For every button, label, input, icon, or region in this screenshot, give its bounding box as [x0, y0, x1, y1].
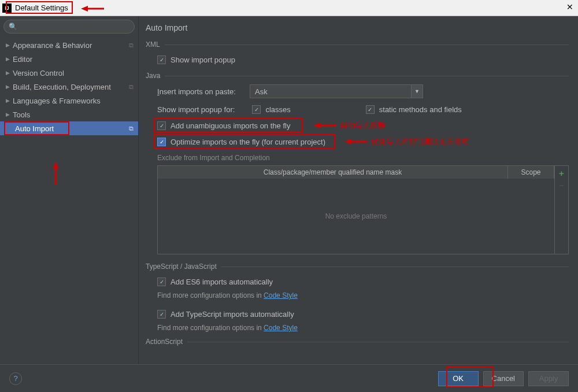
- checkbox-icon[interactable]: [157, 56, 166, 64]
- insert-imports-select[interactable]: Ask ▼: [250, 84, 423, 98]
- insert-imports-label: Insert imports on paste:: [157, 87, 250, 96]
- settings-main: Auto Import XML Show import popup Java I…: [139, 16, 578, 364]
- annotation-arrow-up: [52, 162, 59, 185]
- chevron-right-icon: ▶: [5, 98, 10, 103]
- annotation-auto-dep: 自动导入依赖: [313, 120, 385, 131]
- footer: ? OK Cancel Apply: [0, 364, 578, 392]
- checkbox-icon[interactable]: [366, 105, 375, 114]
- chevron-right-icon: ▶: [5, 84, 10, 90]
- svg-marker-5: [344, 139, 351, 145]
- svg-marker-3: [313, 123, 320, 128]
- add-icon[interactable]: +: [559, 168, 564, 178]
- link-code-style[interactable]: Code Style: [264, 324, 298, 332]
- checkbox-static-methods[interactable]: static methods and fields: [366, 103, 462, 116]
- th-scope[interactable]: Scope: [508, 166, 554, 179]
- remove-icon: −: [559, 180, 564, 190]
- chevron-down-icon: ▼: [411, 85, 423, 98]
- section-xml: XML Show import popup: [146, 40, 569, 66]
- svg-marker-7: [53, 162, 58, 169]
- search-icon: 🔍: [9, 23, 17, 31]
- section-header-ts: TypeScript / JavaScript: [146, 262, 217, 271]
- tree-item-editor[interactable]: ▶Editor: [0, 52, 138, 66]
- tree-item-tools[interactable]: ▶Tools: [0, 108, 138, 121]
- tree-item-appearance[interactable]: ▶Appearance & Behavior⧉: [0, 38, 138, 52]
- hint-es6: Find more configuration options in Code …: [157, 291, 569, 299]
- section-ts: TypeScript / JavaScript Add ES6 imports …: [146, 262, 569, 332]
- apply-button: Apply: [528, 371, 569, 386]
- search-box[interactable]: 🔍: [3, 20, 135, 34]
- tree-item-languages[interactable]: ▶Languages & Frameworks: [0, 94, 138, 108]
- annotation-arrow-title: [81, 6, 104, 12]
- chevron-right-icon: ▶: [5, 70, 10, 76]
- section-header-xml: XML: [146, 40, 160, 49]
- checkbox-show-import-popup-xml[interactable]: Show import popup: [157, 53, 569, 66]
- sidebar: 🔍 ▶Appearance & Behavior⧉ ▶Editor ▶Versi…: [0, 16, 139, 364]
- exclude-table: Class/package/member qualified name mask…: [157, 165, 569, 254]
- checkbox-icon[interactable]: [157, 278, 166, 286]
- th-class[interactable]: Class/package/member qualified name mask: [158, 166, 508, 179]
- chevron-right-icon: ▶: [5, 42, 10, 48]
- ok-button[interactable]: OK: [438, 371, 479, 386]
- exclude-label: Exclude from Import and Completion: [157, 154, 569, 162]
- tree-item-build[interactable]: ▶Build, Execution, Deployment⧉: [0, 80, 138, 94]
- annotation-optimize: 优化导入和智能删除无关依赖: [344, 136, 469, 147]
- link-code-style[interactable]: Code Style: [264, 291, 298, 299]
- checkbox-add-es6[interactable]: Add ES6 imports automatically: [157, 275, 569, 288]
- content: 🔍 ▶Appearance & Behavior⧉ ▶Editor ▶Versi…: [0, 16, 578, 364]
- section-header-as: ActionScript: [146, 338, 183, 346]
- table-empty: No exclude patterns: [158, 179, 554, 254]
- show-popup-for-label: Show import popup for:: [157, 105, 235, 114]
- page-title: Auto Import: [146, 23, 569, 32]
- checkbox-icon[interactable]: [157, 121, 166, 130]
- checkbox-icon[interactable]: [157, 310, 166, 319]
- section-header-java: Java: [146, 72, 160, 80]
- checkbox-add-ts[interactable]: Add TypeScript imports automatically: [157, 308, 569, 320]
- window-title: Default Settings: [15, 3, 68, 12]
- copy-icon: ⧉: [129, 42, 134, 49]
- chevron-right-icon: ▶: [5, 56, 10, 62]
- app-icon: IJ: [2, 3, 12, 13]
- section-java: Java Insert imports on paste: Ask ▼ Show…: [146, 72, 569, 254]
- cancel-button[interactable]: Cancel: [483, 371, 524, 386]
- chevron-right-icon: ▶: [5, 112, 10, 117]
- search-input[interactable]: [20, 23, 129, 31]
- copy-icon: ⧉: [129, 83, 134, 91]
- tree-item-auto-import[interactable]: Auto Import ⧉: [0, 121, 138, 135]
- section-actionscript: ActionScript: [146, 338, 569, 346]
- copy-icon: ⧉: [129, 125, 134, 132]
- tree-item-version-control[interactable]: ▶Version Control: [0, 66, 138, 80]
- help-icon[interactable]: ?: [9, 372, 22, 385]
- hint-ts: Find more configuration options in Code …: [157, 324, 569, 332]
- close-icon[interactable]: ✕: [566, 2, 573, 12]
- checkbox-icon[interactable]: [252, 105, 261, 114]
- settings-tree: ▶Appearance & Behavior⧉ ▶Editor ▶Version…: [0, 37, 138, 136]
- checkbox-icon[interactable]: [157, 138, 166, 146]
- checkbox-classes[interactable]: classes: [252, 103, 290, 116]
- svg-marker-1: [81, 6, 88, 12]
